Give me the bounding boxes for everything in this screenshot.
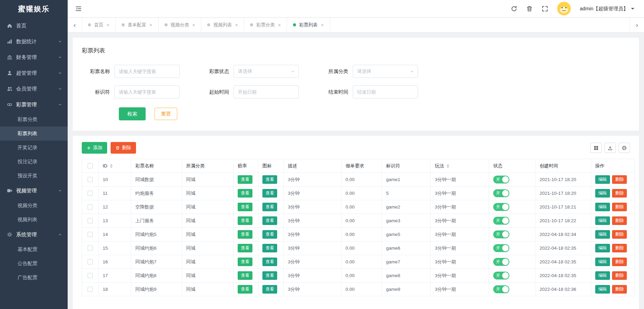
search-button[interactable]: 检索	[119, 107, 146, 120]
end-time-input[interactable]	[353, 85, 418, 98]
sidebar-item-lottery-category[interactable]: 彩票分类	[0, 112, 68, 127]
identifier-input[interactable]	[114, 85, 180, 98]
sidebar-item-basic-config[interactable]: 基本配置	[0, 242, 68, 257]
close-icon[interactable]: ×	[278, 22, 281, 27]
sidebar-item-video[interactable]: 视频管理	[0, 183, 68, 199]
edit-button[interactable]: 编辑	[595, 203, 610, 211]
close-icon[interactable]: ×	[321, 22, 324, 27]
sidebar-item-draw-records[interactable]: 开奖记录	[0, 141, 68, 155]
status-toggle[interactable]: 开	[493, 203, 509, 211]
sidebar-item-finance[interactable]: 财务管理	[0, 49, 68, 65]
lottery-status-select[interactable]: 请选择	[234, 65, 299, 78]
status-toggle[interactable]: 开	[493, 258, 509, 266]
view-rate-button[interactable]: 查看	[238, 244, 252, 252]
view-icon-button[interactable]: 查看	[262, 244, 277, 252]
edit-button[interactable]: 编辑	[595, 271, 610, 280]
sidebar-item-ad-config[interactable]: 广告配置	[0, 271, 68, 285]
row-checkbox[interactable]	[88, 191, 93, 196]
status-toggle[interactable]: 开	[493, 176, 509, 183]
view-rate-button[interactable]: 查看	[238, 258, 252, 266]
row-delete-button[interactable]: 删除	[612, 230, 627, 239]
close-icon[interactable]: ×	[106, 22, 110, 27]
row-delete-button[interactable]: 删除	[612, 216, 627, 225]
row-delete-button[interactable]: 删除	[612, 244, 627, 252]
sort-icon[interactable]	[110, 164, 113, 168]
view-icon-button[interactable]: 查看	[262, 258, 277, 266]
row-delete-button[interactable]: 删除	[612, 189, 627, 198]
view-icon-button[interactable]: 查看	[262, 230, 277, 239]
select-all-checkbox[interactable]	[88, 163, 93, 168]
row-checkbox[interactable]	[88, 232, 93, 237]
tab-lottery-category[interactable]: 彩票分类 ×	[244, 17, 287, 32]
sidebar-item-bet-records[interactable]: 投注记录	[0, 155, 68, 169]
row-checkbox[interactable]	[88, 273, 93, 278]
edit-button[interactable]: 编辑	[595, 216, 610, 225]
view-rate-button[interactable]: 查看	[238, 203, 252, 211]
row-delete-button[interactable]: 删除	[612, 175, 627, 184]
clear-cache-button[interactable]	[526, 5, 533, 12]
sidebar-item-video-category[interactable]: 视频分类	[0, 199, 68, 213]
view-icon-button[interactable]: 查看	[262, 175, 277, 184]
edit-button[interactable]: 编辑	[595, 285, 610, 294]
edit-button[interactable]: 编辑	[595, 258, 610, 266]
view-rate-button[interactable]: 查看	[238, 189, 252, 198]
start-time-input[interactable]	[234, 85, 299, 98]
row-delete-button[interactable]: 删除	[612, 203, 627, 211]
tab-lottery-list[interactable]: 彩票列表 ×	[287, 17, 330, 32]
row-delete-button[interactable]: 删除	[612, 271, 627, 280]
row-checkbox[interactable]	[88, 204, 93, 210]
close-icon[interactable]: ×	[192, 22, 195, 27]
sidebar-item-home[interactable]: 首页	[0, 18, 68, 34]
view-icon-button[interactable]: 查看	[262, 285, 277, 294]
sidebar-item-video-list[interactable]: 视频列表	[0, 213, 68, 227]
edit-button[interactable]: 编辑	[595, 189, 610, 198]
sidebar-item-notice-config[interactable]: 公告配置	[0, 257, 68, 271]
status-toggle[interactable]: 开	[493, 189, 509, 197]
row-checkbox[interactable]	[88, 287, 93, 292]
edit-button[interactable]: 编辑	[595, 230, 610, 239]
status-toggle[interactable]: 开	[493, 272, 509, 280]
status-toggle[interactable]: 开	[493, 230, 509, 238]
status-toggle[interactable]: 开	[493, 217, 509, 225]
row-checkbox[interactable]	[88, 218, 93, 223]
refresh-button[interactable]	[511, 5, 517, 12]
reset-button[interactable]: 重置	[155, 108, 177, 120]
sidebar-item-members[interactable]: 会员管理	[0, 81, 68, 97]
view-rate-button[interactable]: 查看	[238, 230, 252, 239]
tab-basic-config[interactable]: 基本配置 ×	[116, 17, 159, 32]
sidebar-collapse-button[interactable]	[75, 5, 82, 12]
sidebar-item-preset-draw[interactable]: 预设开奖	[0, 169, 68, 183]
row-checkbox[interactable]	[88, 177, 93, 182]
row-delete-button[interactable]: 删除	[612, 285, 627, 294]
status-toggle[interactable]: 开	[493, 244, 509, 252]
view-icon-button[interactable]: 查看	[262, 203, 277, 211]
edit-button[interactable]: 编辑	[595, 244, 610, 252]
row-checkbox[interactable]	[88, 246, 93, 251]
sort-icon[interactable]	[447, 164, 449, 168]
edit-button[interactable]: 编辑	[595, 175, 610, 184]
sidebar-item-superadmin[interactable]: 超管管理	[0, 65, 68, 81]
sidebar-item-lottery[interactable]: 彩票管理	[0, 97, 68, 112]
view-rate-button[interactable]: 查看	[238, 271, 252, 280]
view-icon-button[interactable]: 查看	[262, 189, 277, 198]
export-button[interactable]	[605, 143, 616, 153]
tab-home[interactable]: 首页 ×	[82, 17, 116, 32]
tabs-scroll-left-button[interactable]: ‹	[68, 17, 82, 32]
view-rate-button[interactable]: 查看	[238, 285, 252, 294]
sidebar-item-lottery-list[interactable]: 彩票列表	[0, 127, 68, 141]
fullscreen-button[interactable]	[542, 5, 548, 12]
tab-video-list[interactable]: 视频列表 ×	[201, 17, 244, 32]
columns-toggle-button[interactable]	[590, 143, 602, 153]
lottery-name-input[interactable]	[114, 65, 180, 78]
sidebar-item-system[interactable]: 系统管理	[0, 227, 68, 242]
print-button[interactable]	[619, 143, 630, 153]
row-delete-button[interactable]: 删除	[612, 258, 627, 266]
avatar[interactable]	[557, 2, 571, 15]
user-menu[interactable]: admin【超级管理员】	[580, 5, 634, 12]
view-icon-button[interactable]: 查看	[262, 216, 277, 225]
sidebar-item-stats[interactable]: 数据统计	[0, 34, 68, 49]
row-checkbox[interactable]	[88, 259, 93, 264]
view-icon-button[interactable]: 查看	[262, 271, 277, 280]
view-rate-button[interactable]: 查看	[238, 216, 252, 225]
category-select[interactable]: 请选择	[353, 65, 418, 78]
